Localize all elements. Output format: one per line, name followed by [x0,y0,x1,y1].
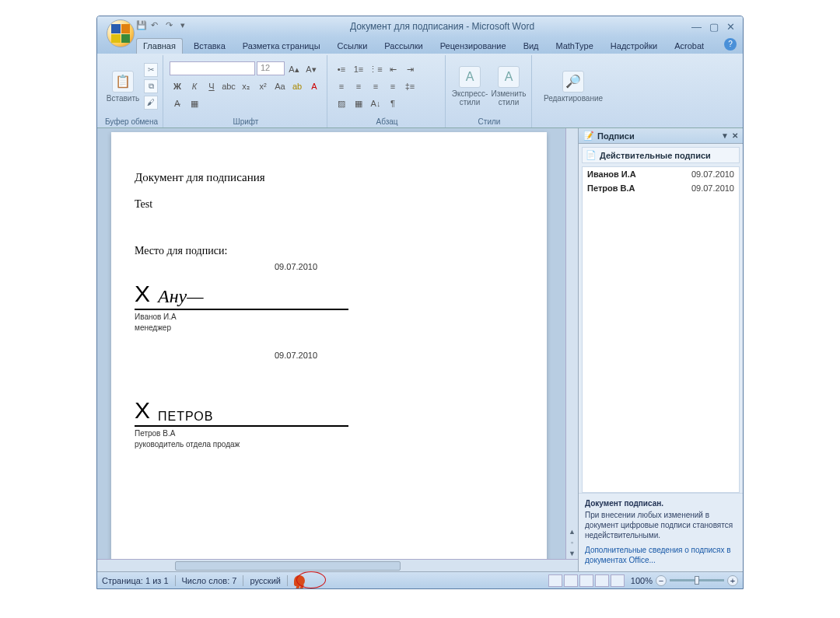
browse-object-icon[interactable]: ◦ [571,539,573,546]
ribbon-tabs: Главная Вставка Разметка страницы Ссылки… [97,37,743,54]
shrink-font-icon[interactable]: A▾ [303,61,319,77]
linespacing-icon[interactable]: ‡≡ [402,79,418,94]
borders-icon[interactable]: ▦ [351,96,366,111]
bold-icon[interactable]: Ж [170,79,185,94]
signature-item[interactable]: Иванов И.А 09.07.2010 [583,167,739,181]
scroll-down-icon[interactable]: ▼ [569,550,576,557]
vertical-scrollbar[interactable]: ▲ ◦ ▼ [565,128,578,571]
outdent-icon[interactable]: ⇤ [385,61,401,77]
changecase-icon[interactable]: Aa [272,79,288,94]
grow-font-icon[interactable]: A▴ [286,61,302,77]
italic-icon[interactable]: К [187,79,202,94]
taskpane-close-icon[interactable]: ✕ [732,131,738,140]
taskpane-dropdown-icon[interactable]: ▼ [721,131,729,140]
tab-acrobat[interactable]: Acrobat [668,39,710,54]
paste-button[interactable]: 📋 Вставить [105,67,141,106]
redo-icon[interactable]: ↷ [166,20,178,33]
page[interactable]: Документ для подписания Test Место для п… [111,132,547,564]
zoom-slider[interactable] [670,579,724,581]
multilist-icon[interactable]: ⋮≡ [368,61,383,77]
strike-icon[interactable]: abc [221,79,236,94]
zoom-value[interactable]: 100% [631,576,653,585]
tab-view[interactable]: Вид [517,39,545,54]
tab-pagelayout[interactable]: Разметка страницы [236,39,327,54]
web-view-icon[interactable] [579,574,593,587]
zoom-control: 100% − + [631,575,738,586]
sig2-x-icon: X [135,397,150,424]
align-center-icon[interactable]: ≡ [351,79,366,94]
formatpainter-icon[interactable]: 🖌 [144,96,158,110]
taskpane-header: 📝 Подписи ▼ ✕ [579,128,743,144]
subscript-icon[interactable]: x₂ [238,79,254,94]
zoom-in-icon[interactable]: + [727,575,738,586]
editing-label: Редактирование [544,94,603,103]
status-page[interactable]: Страница: 1 из 1 [102,576,169,585]
quick-styles-button[interactable]: A Экспресс-стили [452,62,488,110]
tab-references[interactable]: Ссылки [331,39,374,54]
tab-insert[interactable]: Вставка [187,39,232,54]
group-label-editing [538,116,608,127]
status-language[interactable]: русский [250,576,280,585]
undo-icon[interactable]: ↶ [151,20,163,33]
superscript-icon[interactable]: x² [255,79,271,94]
qat-dropdown-icon[interactable]: ▾ [180,20,193,33]
cut-icon[interactable]: ✂ [144,63,158,77]
border-icon[interactable]: ▦ [187,96,202,111]
status-words[interactable]: Число слов: 7 [182,576,237,585]
sig1-date: 09.07.2010 [275,262,523,271]
scroll-up-icon[interactable]: ▲ [569,528,576,536]
change-styles-button[interactable]: A Изменить стили [491,62,527,110]
signatures-list: Иванов И.А 09.07.2010 Петров В.А 09.07.2… [582,166,740,493]
draft-view-icon[interactable] [611,574,625,587]
signature-seal-icon[interactable] [294,575,305,586]
save-icon[interactable]: 💾 [136,20,149,33]
align-right-icon[interactable]: ≡ [368,79,383,94]
sig2-signature: ПЕТРОВ [158,410,213,424]
tab-review[interactable]: Рецензирование [434,39,513,54]
highlight-icon[interactable]: ab [289,79,305,94]
minimize-button[interactable]: — [691,21,702,33]
signature-item[interactable]: Петров В.А 09.07.2010 [583,181,739,195]
maximize-button[interactable]: ▢ [709,21,719,33]
signed-status: Документ подписан. [585,498,737,508]
copy-icon[interactable]: ⧉ [144,79,158,93]
taskpane-icon: 📝 [583,131,594,141]
close-button[interactable]: ✕ [726,21,735,33]
align-left-icon[interactable]: ≡ [334,79,349,94]
print-layout-view-icon[interactable] [548,574,562,587]
sig2-line[interactable]: X ПЕТРОВ [135,397,348,427]
office-button[interactable] [107,19,135,47]
editing-button[interactable]: 🔎 Редактирование [538,67,608,106]
font-size-combo[interactable]: 12 [257,61,285,75]
outline-view-icon[interactable] [595,574,609,587]
help-icon[interactable]: ? [724,38,737,51]
signed-warning: При внесении любых изменений в документ … [585,510,737,540]
justify-icon[interactable]: ≡ [385,79,401,94]
group-label-styles: Стили [452,116,527,127]
quick-access-toolbar: 💾 ↶ ↷ ▾ [136,20,193,33]
signature-label: Место для подписи: [135,245,523,257]
tab-mailings[interactable]: Рассылки [378,39,429,54]
sig1-line[interactable]: X Ану— [135,281,348,310]
bullets-icon[interactable]: •≡ [334,61,349,77]
sig1-name: Иванов И.А [135,312,523,321]
sig1-x-icon: X [135,281,150,307]
group-editing: 🔎 Редактирование [534,55,613,127]
zoom-out-icon[interactable]: − [656,575,667,586]
shading-icon[interactable]: ▨ [334,96,349,111]
sort-icon[interactable]: A↓ [368,96,383,111]
fullscreen-view-icon[interactable] [564,574,578,587]
showmarks-icon[interactable]: ¶ [385,96,401,111]
tab-mathtype[interactable]: MathType [550,39,600,54]
numbering-icon[interactable]: 1≡ [351,61,366,77]
font-name-combo[interactable] [170,61,255,75]
tab-addins[interactable]: Надстройки [604,39,663,54]
underline-icon[interactable]: Ч [204,79,219,94]
more-info-link[interactable]: Дополнительные сведения о подписях в док… [585,545,737,565]
indent-icon[interactable]: ⇥ [402,61,418,77]
tab-home[interactable]: Главная [136,38,183,54]
clear-format-icon[interactable]: A̶ [170,96,185,111]
fontcolor-icon[interactable]: A [306,79,322,94]
horizontal-scrollbar[interactable] [97,559,578,571]
quick-styles-icon: A [459,66,481,88]
